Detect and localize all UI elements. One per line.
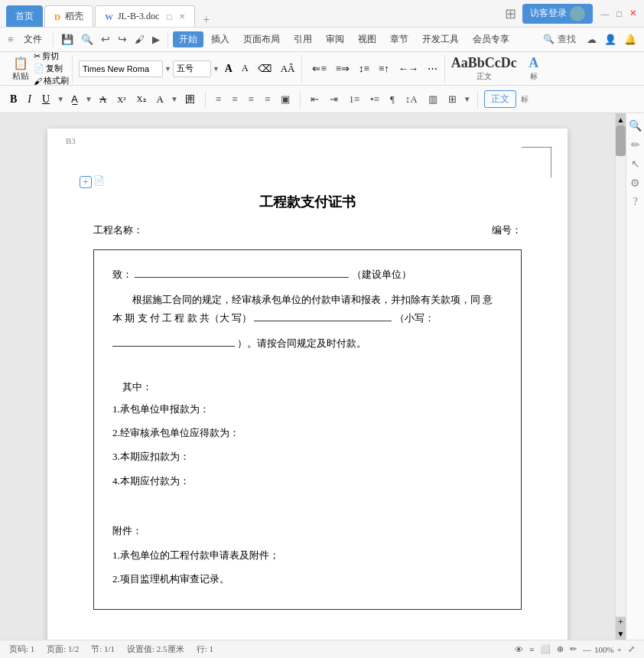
scroll-up-btn[interactable]: ▲ <box>616 113 626 125</box>
menu-view[interactable]: 视图 <box>352 31 382 47</box>
vertical-scrollbar[interactable]: ▲ + ▼ <box>615 113 626 640</box>
distribute-btn[interactable]: ▣ <box>277 92 294 107</box>
font-size-input[interactable] <box>173 60 211 77</box>
highlight-btn[interactable]: A <box>153 92 168 107</box>
underline-btn[interactable]: U <box>38 92 54 107</box>
grid-icon[interactable]: ⊞ <box>505 5 516 22</box>
menu-file[interactable]: 文件 <box>18 31 48 47</box>
tab-daocao[interactable]: D 稻壳 <box>44 5 93 27</box>
font-shrink-btn[interactable]: A <box>238 61 252 76</box>
align-right-btn[interactable]: ≡ <box>245 92 258 107</box>
pencil-icon[interactable]: ✏ <box>570 644 577 654</box>
rp-help-icon[interactable]: ? <box>633 196 637 208</box>
char-spacing-btn[interactable]: AÂ <box>277 61 299 77</box>
style-expand-btn[interactable]: 标 <box>519 94 530 105</box>
visit-login-btn[interactable]: 访客登录 <box>522 4 593 24</box>
shading-btn[interactable]: ▥ <box>424 92 441 107</box>
scroll-down-btn[interactable]: ▼ <box>616 627 626 640</box>
numbering-btn[interactable]: 1≡ <box>345 92 363 107</box>
style-heading-preview[interactable]: A 标 <box>519 55 549 82</box>
undo-icon[interactable]: ↩ <box>98 31 113 47</box>
para-mark-btn[interactable]: ¶ <box>386 92 398 107</box>
redo-icon[interactable]: ↪ <box>115 31 130 47</box>
indent-inc-btn[interactable]: ⇥ <box>326 92 342 107</box>
close-btn[interactable]: ✕ <box>628 8 638 18</box>
align-left-btn[interactable]: ≡ <box>212 92 225 107</box>
font-name-dropdown-icon[interactable]: ▼ <box>164 65 171 73</box>
menu-dev-tools[interactable]: 开发工具 <box>416 31 465 47</box>
minimize-btn[interactable]: — <box>599 9 610 18</box>
font-color-btn[interactable]: A̲ <box>67 92 82 107</box>
more-para-btn[interactable]: ⋯ <box>424 61 441 77</box>
tab-doc[interactable]: W JL-B-3.doc □ ✕ <box>95 5 195 27</box>
layout-icon[interactable]: ≡ <box>529 645 534 654</box>
strikethrough-btn[interactable]: A <box>96 92 110 107</box>
clear-format-btn[interactable]: ⌫ <box>254 61 275 77</box>
zoom-plus-btn[interactable]: + <box>617 645 622 654</box>
add-tab-btn[interactable]: + <box>197 13 216 27</box>
outline-icon[interactable]: ⬜ <box>540 644 551 654</box>
font-size-dropdown-icon[interactable]: ▼ <box>213 65 220 73</box>
highlight-dropdown-icon[interactable]: ▼ <box>171 95 178 103</box>
menu-page-layout[interactable]: 页面布局 <box>237 31 286 47</box>
menu-vip[interactable]: 会员专享 <box>467 31 516 47</box>
close-tab-btn[interactable]: ✕ <box>179 12 185 21</box>
hamburger-icon[interactable]: ≡ <box>5 32 16 47</box>
sort-btn[interactable]: ↕A <box>402 92 421 107</box>
line-spacing-btn[interactable]: ↕≡ <box>355 61 373 77</box>
underline-dropdown-icon[interactable]: ▼ <box>57 95 64 103</box>
doc-area[interactable]: B3 + 📄 工程款支付证书 工程名称： 编号： 致： （建设单 <box>0 113 615 640</box>
menu-section[interactable]: 章节 <box>384 31 415 47</box>
border-btn[interactable]: ⊞ <box>444 92 460 107</box>
char-border-btn[interactable]: 囲 <box>181 91 199 108</box>
search-area[interactable]: 🔍 查找 <box>543 33 576 46</box>
save-icon[interactable]: 💾 <box>58 32 76 47</box>
para-right-btn[interactable]: ≡⇒ <box>332 61 353 77</box>
paste-btn[interactable]: 📋 粘贴 <box>9 54 32 83</box>
zoom-minus-btn[interactable]: — <box>583 645 591 654</box>
style-normal-btn[interactable]: 正文 <box>484 90 516 108</box>
justify-btn[interactable]: ≡ <box>261 92 274 107</box>
eye-icon[interactable]: 👁 <box>515 645 523 654</box>
scroll-thumb[interactable] <box>616 125 626 156</box>
maximize-btn[interactable]: □ <box>615 9 623 18</box>
add-row-btn[interactable]: + <box>80 176 92 188</box>
align-center-btn[interactable]: ≡ <box>228 92 241 107</box>
font-grow-btn[interactable]: A <box>221 61 236 77</box>
indent-btn[interactable]: ←→ <box>395 61 422 77</box>
zoom-plus-doc[interactable]: + <box>616 617 626 627</box>
bold-btn[interactable]: B <box>6 92 21 107</box>
style-normal-preview[interactable]: AaBbCcDc 正文 <box>451 55 517 82</box>
bullets-btn[interactable]: •≡ <box>366 92 383 107</box>
menu-review[interactable]: 审阅 <box>320 31 350 47</box>
para-left-btn[interactable]: ⇐≡ <box>308 61 330 77</box>
rp-pen-icon[interactable]: ✏ <box>631 138 640 151</box>
font-color-dropdown-icon[interactable]: ▼ <box>85 95 93 103</box>
cut-btn[interactable]: ✂ 剪切 <box>34 50 69 62</box>
italic-btn[interactable]: I <box>24 92 35 107</box>
crosshair-icon[interactable]: ⊕ <box>557 644 564 654</box>
tab-home[interactable]: 首页 <box>6 5 43 27</box>
menu-insert[interactable]: 插入 <box>205 31 236 47</box>
rp-settings-icon[interactable]: ⚙ <box>630 177 640 190</box>
format-painter-menu-icon[interactable]: 🖌 <box>132 32 148 47</box>
font-name-input[interactable] <box>79 60 163 77</box>
menu-start[interactable]: 开始 <box>173 31 203 47</box>
superscript-btn[interactable]: X² <box>113 93 129 106</box>
cloud-icon[interactable]: ☁ <box>584 32 600 47</box>
indent-dec-btn[interactable]: ⇤ <box>307 92 323 107</box>
format-painter-btn[interactable]: 🖌 格式刷 <box>34 75 69 86</box>
bell-icon[interactable]: 🔔 <box>621 32 639 47</box>
copy-btn[interactable]: 📄 复制 <box>34 63 69 74</box>
print-preview-icon[interactable]: 🔍 <box>78 32 96 47</box>
menu-reference[interactable]: 引用 <box>288 31 318 47</box>
more-arrow-icon[interactable]: ▶ <box>149 32 163 47</box>
border-dropdown-icon[interactable]: ▼ <box>463 95 471 103</box>
rp-cursor-icon[interactable]: ↖ <box>631 158 640 171</box>
rp-search-icon[interactable]: 🔍 <box>629 119 642 132</box>
minimize-doc-icon[interactable]: □ <box>164 11 174 22</box>
subscript-btn[interactable]: X₂ <box>133 93 150 106</box>
para-spacing-btn[interactable]: ≡↑ <box>375 61 393 77</box>
share-icon[interactable]: 👤 <box>601 32 620 47</box>
fullscreen-btn[interactable]: ⤢ <box>628 644 635 654</box>
